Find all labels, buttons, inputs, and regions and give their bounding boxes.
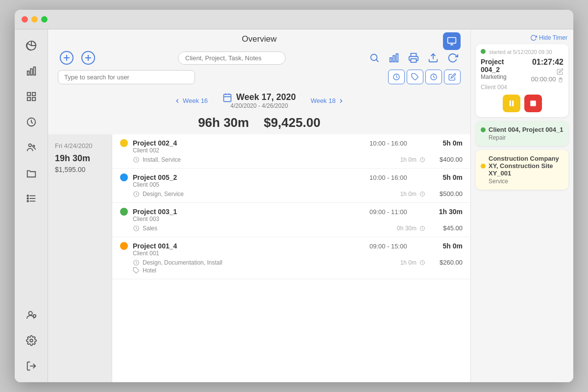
hide-timer-button[interactable]: Hide Timer [530,34,567,41]
entry-color-dot [120,139,128,147]
svg-point-19 [30,339,33,342]
entry-hotel: Hotel [143,267,156,274]
svg-rect-52 [510,101,511,106]
entry-client: Client 001 [133,250,463,257]
next-week-button[interactable]: Week 18 [311,97,344,104]
svg-point-17 [28,312,32,315]
total-hours: 96h 30m [198,115,249,130]
refresh-button[interactable] [445,50,461,66]
svg-point-30 [371,54,377,61]
chart-button[interactable] [386,50,402,66]
timer-stop-button[interactable] [524,95,542,112]
svg-rect-53 [512,101,514,106]
sidebar-item-settings[interactable] [20,329,43,352]
recent-title-1: Client 004, Project 004_1 [489,126,563,133]
sidebar-item-team[interactable] [20,136,43,159]
entry-billable: 1h 0m [400,156,416,163]
svg-point-9 [28,144,31,147]
entry-time-range: 10:00 - 16:00 [369,174,423,181]
week-navigation: Week 16 Week 17, 2020 4/20/2020 - 4/26/2… [48,88,470,113]
sidebar-item-tasks[interactable] [20,187,43,210]
hide-timer-label: Hide Timer [539,34,567,41]
recent-title-2: Construction Company XY, Construction Si… [489,155,564,177]
svg-rect-35 [411,59,416,62]
week-title: Week 17, 2020 [236,92,296,102]
header: Overview [48,29,470,47]
view-toggle-time[interactable] [388,70,405,84]
svg-rect-34 [396,54,398,62]
svg-rect-40 [224,94,231,101]
entry-client: Client 003 [133,216,463,222]
svg-point-16 [27,200,28,202]
entry-duration: 5h 0m [428,242,463,250]
svg-rect-54 [530,101,536,106]
entry-billable: 1h 0m [400,259,416,266]
entries-list: Project 002_4 10:00 - 16:00 5h 0m Client… [112,134,470,382]
entry-time-range: 09:00 - 11:00 [369,208,423,216]
prev-week-button[interactable]: Week 16 [174,97,208,104]
maximize-button[interactable] [41,16,48,23]
recent-card-2[interactable]: Construction Company XY, Construction Si… [476,150,568,190]
table-row[interactable]: Project 003_1 09:00 - 11:00 1h 30m Clien… [112,203,470,237]
timer-header: Hide Timer [471,29,573,44]
clock-icon [133,225,140,232]
page-title: Overview [242,34,277,44]
total-money: $9,425.00 [264,115,320,130]
hand-icon [558,77,564,83]
view-toggle-clock[interactable] [425,70,442,84]
add-time-button[interactable] [58,49,75,67]
entry-project: Project 005_2 [133,173,365,181]
minimize-button[interactable] [31,16,38,23]
user-search-input[interactable] [58,70,195,84]
entry-tags: Install, Service [143,156,397,163]
print-button[interactable] [406,50,421,66]
entry-tags: Design, Documentation, Install [143,259,397,266]
prev-week-label: Week 16 [183,97,208,104]
edit-icon [557,68,564,75]
next-week-label: Week 18 [311,97,336,104]
svg-point-14 [27,195,28,196]
svg-rect-2 [30,69,32,75]
entry-project: Project 003_1 [133,208,365,216]
recent-card-1[interactable]: Client 004, Project 004_1 Repair [476,121,568,146]
timer-icon [419,157,425,163]
right-panel: Hide Timer started at 5/12/2020 09:30 Pr… [470,29,573,382]
entry-project: Project 001_4 [133,242,365,250]
timer-active-dot [481,49,486,54]
table-row[interactable]: Project 001_4 09:00 - 15:00 5h 0m Client… [112,237,470,279]
view-toggle-tag[interactable] [407,70,423,84]
sidebar-item-reports[interactable] [20,34,43,57]
entry-amount: $400.00 [428,156,463,163]
add-tag-button[interactable] [79,49,97,67]
entry-amount: $500.00 [428,190,463,197]
export-button[interactable] [425,50,441,66]
svg-rect-21 [448,38,456,44]
clock-icon [133,191,140,197]
sidebar-item-logout[interactable] [20,355,43,377]
entry-time-range: 09:00 - 15:00 [369,243,423,250]
timer-card: started at 5/12/2020 09:30 Project 004_2… [476,44,568,117]
svg-rect-5 [32,93,35,96]
sidebar-item-clients[interactable] [20,304,43,326]
sidebar-item-dashboard[interactable] [20,60,43,82]
sidebar-item-projects[interactable] [20,162,43,184]
timer-pause-button[interactable] [503,95,520,112]
svg-rect-4 [27,93,30,96]
toolbar-right [367,50,461,66]
view-toggle-edit[interactable] [444,70,461,84]
search-button[interactable] [367,50,382,66]
table-row[interactable]: Project 005_2 10:00 - 16:00 5h 0m Client… [112,169,470,203]
timer-client: Client 004 [481,84,564,91]
sidebar-item-timesheet[interactable] [20,85,43,108]
week-center: Week 17, 2020 4/20/2020 - 4/26/2020 [222,92,296,109]
close-button[interactable] [22,16,28,23]
entry-project: Project 002_4 [133,139,365,147]
monitor-icon-btn[interactable] [443,32,461,50]
search-input[interactable] [178,51,286,65]
svg-rect-33 [393,55,395,62]
sidebar-item-timer[interactable] [20,111,43,133]
user-search-row [48,69,470,88]
toolbar [48,47,470,69]
refresh-icon [530,34,537,41]
table-row[interactable]: Project 002_4 10:00 - 16:00 5h 0m Client… [112,134,470,169]
